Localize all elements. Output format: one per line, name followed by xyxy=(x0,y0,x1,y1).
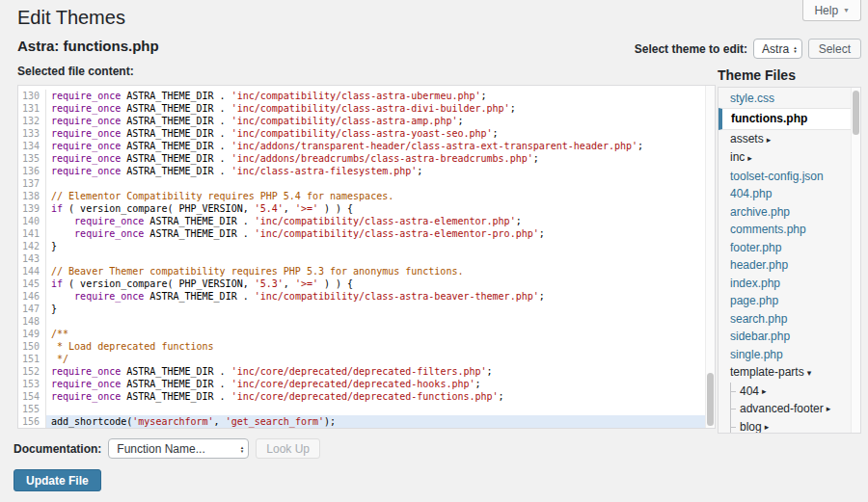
code-line[interactable]: 144// Beaver Themer compatibility requir… xyxy=(18,265,715,277)
editor-scrollbar-thumb[interactable] xyxy=(707,373,714,426)
filetree-file-index.php[interactable]: index.php xyxy=(719,275,860,293)
update-file-button[interactable]: Update File xyxy=(14,469,101,491)
filetree-subfolder-group: 404▸advanced-footer▸blog▸ xyxy=(730,383,860,435)
filetree-file-style.css[interactable]: style.css xyxy=(719,90,860,108)
line-number: 131 xyxy=(18,102,46,115)
documentation-select-value: Function Name... xyxy=(117,442,204,456)
theme-files-scrollbar-thumb[interactable] xyxy=(853,91,859,135)
line-number: 137 xyxy=(18,177,46,190)
code-line[interactable]: 145if ( version_compare( PHP_VERSION, '5… xyxy=(18,277,715,290)
filetree-label: functions.php xyxy=(731,112,807,125)
line-number: 156 xyxy=(18,415,46,428)
line-number: 146 xyxy=(18,290,46,303)
code-line[interactable]: 151 */ xyxy=(18,353,715,365)
chevron-right-icon: ▸ xyxy=(765,421,770,434)
code-line[interactable]: 132require_once ASTRA_THEME_DIR . 'inc/c… xyxy=(18,115,715,127)
filetree-folder-assets[interactable]: assets▸ xyxy=(719,130,860,149)
help-button[interactable]: Help ▼ xyxy=(802,0,861,21)
code-line-text: require_once ASTRA_THEME_DIR . 'inc/comp… xyxy=(46,90,715,102)
code-line[interactable]: 136require_once ASTRA_THEME_DIR . 'inc/c… xyxy=(18,165,715,177)
code-line[interactable]: 133require_once ASTRA_THEME_DIR . 'inc/c… xyxy=(18,127,715,140)
code-line[interactable]: 155 xyxy=(18,403,715,415)
code-line[interactable]: 154require_once ASTRA_THEME_DIR . 'inc/c… xyxy=(18,390,715,403)
filetree-file-archive.php[interactable]: archive.php xyxy=(719,203,860,222)
code-line[interactable]: 143 xyxy=(18,252,715,265)
code-line[interactable]: 138// Elementor Compatibility requires P… xyxy=(18,190,715,202)
code-line-text: require_once ASTRA_THEME_DIR . 'inc/comp… xyxy=(46,215,715,227)
code-line[interactable]: 146 require_once ASTRA_THEME_DIR . 'inc/… xyxy=(18,290,715,303)
file-link[interactable]: comments.php xyxy=(730,223,806,236)
code-line[interactable]: 130require_once ASTRA_THEME_DIR . 'inc/c… xyxy=(18,90,715,102)
line-number: 134 xyxy=(18,140,46,152)
code-line[interactable]: 131require_once ASTRA_THEME_DIR . 'inc/c… xyxy=(18,102,715,115)
theme-files-list: style.cssfunctions.phpassets▸inc▸toolset… xyxy=(718,87,861,434)
filetree-file-comments.php[interactable]: comments.php xyxy=(719,221,860,239)
code-line-text: require_once ASTRA_THEME_DIR . 'inc/comp… xyxy=(46,127,715,140)
code-line[interactable]: 140 require_once ASTRA_THEME_DIR . 'inc/… xyxy=(18,215,715,227)
code-line[interactable]: 150 * Load deprecated functions xyxy=(18,340,715,353)
code-line[interactable]: 152require_once ASTRA_THEME_DIR . 'inc/c… xyxy=(18,365,715,378)
filetree-file-functions.php[interactable]: functions.php xyxy=(719,108,860,130)
documentation-dropdown[interactable]: Function Name... ▴▾ xyxy=(108,438,249,459)
documentation-row: Documentation: Function Name... ▴▾ Look … xyxy=(14,438,320,459)
page-title: Edit Themes xyxy=(17,7,125,29)
code-line[interactable]: 135require_once ASTRA_THEME_DIR . 'inc/a… xyxy=(18,152,715,165)
line-number: 135 xyxy=(18,152,46,165)
theme-files-scrollbar[interactable] xyxy=(851,88,860,433)
code-line-text: add_shortcode('mysearchform', 'get_searc… xyxy=(46,415,715,428)
filetree-file-single.php[interactable]: single.php xyxy=(719,346,860,364)
line-number: 147 xyxy=(18,303,46,315)
code-line[interactable]: 142} xyxy=(18,240,715,252)
chevron-down-icon: ▼ xyxy=(843,7,850,13)
line-number: 143 xyxy=(18,252,46,265)
file-link[interactable]: single.php xyxy=(730,348,783,361)
code-line[interactable]: 139if ( version_compare( PHP_VERSION, '5… xyxy=(18,202,715,215)
theme-select-dropdown[interactable]: Astra ▴▾ xyxy=(753,39,802,59)
code-line-text: if ( version_compare( PHP_VERSION, '5.4'… xyxy=(46,202,715,215)
code-editor[interactable]: 130require_once ASTRA_THEME_DIR . 'inc/c… xyxy=(17,85,716,429)
code-line[interactable]: 141 require_once ASTRA_THEME_DIR . 'inc/… xyxy=(18,227,715,240)
filetree-folder-blog[interactable]: blog▸ xyxy=(731,418,860,435)
filetree-file-footer.php[interactable]: footer.php xyxy=(719,239,860,257)
filetree-file-search.php[interactable]: search.php xyxy=(719,310,860,329)
filetree-file-toolset-config.json[interactable]: toolset-config.json xyxy=(719,168,860,186)
filetree-folder-template-parts[interactable]: template-parts▾ xyxy=(719,363,860,383)
filetree-folder-advanced-footer[interactable]: advanced-footer▸ xyxy=(731,400,860,418)
filetree-folder-404[interactable]: 404▸ xyxy=(731,383,860,401)
filetree-label: inc xyxy=(730,150,745,164)
select-spinner-icon: ▴▾ xyxy=(794,45,797,53)
file-link[interactable]: toolset-config.json xyxy=(730,170,824,183)
editor-scrollbar[interactable] xyxy=(705,86,715,428)
filetree-file-header.php[interactable]: header.php xyxy=(719,256,860,275)
code-line[interactable]: 147} xyxy=(18,303,715,315)
line-number: 132 xyxy=(18,115,46,127)
code-line-text: // Beaver Themer compatibility requires … xyxy=(46,265,715,277)
filetree-file-404.php[interactable]: 404.php xyxy=(719,185,860,203)
file-link[interactable]: header.php xyxy=(730,258,788,272)
chevron-down-icon: ▾ xyxy=(807,368,812,378)
file-link[interactable]: archive.php xyxy=(730,205,790,219)
code-line-text: require_once ASTRA_THEME_DIR . 'inc/core… xyxy=(46,390,715,403)
filetree-folder-inc[interactable]: inc▸ xyxy=(719,148,860,168)
filetree-file-sidebar.php[interactable]: sidebar.php xyxy=(719,328,860,346)
code-line-text: // Elementor Compatibility requires PHP … xyxy=(46,190,715,202)
file-link[interactable]: page.php xyxy=(730,294,778,307)
look-up-button[interactable]: Look Up xyxy=(256,438,320,459)
code-line-text: require_once ASTRA_THEME_DIR . 'inc/comp… xyxy=(46,290,715,303)
file-link[interactable]: search.php xyxy=(730,312,787,326)
code-line[interactable]: 148 xyxy=(18,315,715,328)
file-link[interactable]: style.css xyxy=(730,92,774,105)
filetree-label: advanced-footer xyxy=(740,403,824,415)
code-line[interactable]: 156add_shortcode('mysearchform', 'get_se… xyxy=(18,415,715,428)
file-link[interactable]: footer.php xyxy=(730,241,781,254)
code-line[interactable]: 134require_once ASTRA_THEME_DIR . 'inc/a… xyxy=(18,140,715,152)
code-line[interactable]: 153require_once ASTRA_THEME_DIR . 'inc/c… xyxy=(18,378,715,390)
file-link[interactable]: sidebar.php xyxy=(730,330,790,343)
file-link[interactable]: index.php xyxy=(730,277,780,290)
code-line[interactable]: 149/** xyxy=(18,328,715,340)
code-line[interactable]: 137 xyxy=(18,177,715,190)
select-theme-button[interactable]: Select xyxy=(808,39,861,59)
code-lines: 130require_once ASTRA_THEME_DIR . 'inc/c… xyxy=(18,86,715,428)
file-link[interactable]: 404.php xyxy=(730,187,772,200)
filetree-file-page.php[interactable]: page.php xyxy=(719,292,860,310)
